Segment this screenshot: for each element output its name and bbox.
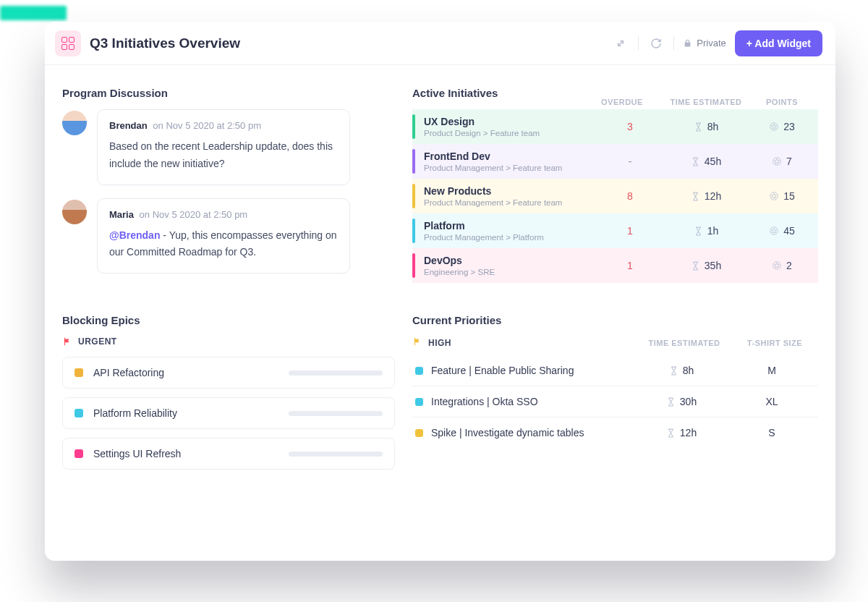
priority-color-dot [415,367,423,375]
column-header-overdue: OVERDUE [601,98,659,106]
epic-row[interactable]: Settings UI Refresh [62,438,395,470]
priority-time: 12h [634,427,728,438]
avatar [62,200,87,224]
hourglass-icon [669,366,678,376]
hourglass-icon [694,226,703,236]
content-grid: Program Discussion Brendan on Nov 5 2020… [45,65,835,561]
app-logo-badge [55,30,81,56]
priority-row[interactable]: Feature | Enable Public Sharing 8h M [412,355,818,386]
initiative-points: 2 [753,260,811,271]
page-title: Q3 Initiatives Overview [90,35,240,51]
comment-bubble[interactable]: Maria on Nov 5 2020 at 2:50 pm @Brendan … [97,198,350,274]
priority-color-dot [415,398,423,406]
initiative-path: Product Design > Feature team [424,129,601,137]
star-icon [769,226,779,236]
initiative-row[interactable]: FrontEnd Dev Product Management > Featur… [412,144,818,179]
epic-row[interactable]: API Refactoring [62,357,395,389]
epics-list: API Refactoring Platform Reliability Set… [62,357,395,470]
column-header-points: POINTS [753,98,811,106]
priority-size: S [728,427,815,438]
active-initiatives-widget: Active Initiatives OVERDUE TIME ESTIMATE… [412,87,818,287]
column-header-time: TIME ESTIMATED [659,98,753,106]
initiative-time: 12h [659,190,753,202]
initiative-row[interactable]: Platform Product Management > Platform 1… [412,213,818,248]
blocking-epics-widget: Blocking Epics URGENT API Refactoring Pl… [62,314,395,478]
widget-title: Program Discussion [62,87,395,99]
priority-flag-row: URGENT [62,336,395,347]
initiative-time: 45h [659,156,753,167]
comment-bubble[interactable]: Brendan on Nov 5 2020 at 2:50 pm Based o… [97,109,350,185]
initiative-overdue: 3 [601,121,659,132]
initiative-path: Engineering > SRE [424,268,601,276]
priority-time: 8h [634,365,728,376]
initiative-time: 1h [659,225,753,237]
widget-title: Blocking Epics [62,314,395,326]
flag-label: URGENT [78,336,117,347]
epic-row[interactable]: Platform Reliability [62,397,395,429]
comment-meta: Brendan on Nov 5 2020 at 2:50 pm [109,120,338,131]
initiative-points: 45 [753,225,811,237]
initiative-path: Product Management > Feature team [424,164,601,172]
priority-size: XL [728,396,815,407]
initiative-points: 15 [753,190,811,202]
comment-timestamp: on Nov 5 2020 at 2:50 pm [153,120,261,131]
initiative-time: 8h [659,121,753,132]
initiative-points: 23 [753,121,811,132]
column-header-size: T-SHIRT SIZE [731,339,818,347]
program-discussion-widget: Program Discussion Brendan on Nov 5 2020… [62,87,395,287]
topbar: Q3 Initiatives Overview Private + Add Wi… [45,22,835,65]
progress-bar [289,411,383,416]
flag-label: HIGH [428,338,451,348]
progress-bar [289,452,383,457]
privacy-label: Private [697,38,726,48]
priority-name: Feature | Enable Public Sharing [431,365,634,376]
priority-row[interactable]: Integrations | Okta SSO 30h XL [412,386,818,417]
priority-color-dot [415,429,423,437]
divider [638,36,639,51]
initiative-name: New Products [424,185,601,197]
comment-body: Based on the recent Leadership update, d… [109,138,338,173]
priority-row[interactable]: Spike | Investigate dynamic tables 12h S [412,417,818,448]
discussion-post: Brendan on Nov 5 2020 at 2:50 pm Based o… [62,109,395,185]
hourglass-icon [694,122,703,132]
add-widget-button[interactable]: + Add Widget [735,30,822,56]
priority-time: 30h [634,396,728,407]
initiative-row[interactable]: DevOps Engineering > SRE 1 35h 2 [412,248,818,283]
initiative-points: 7 [753,156,811,167]
privacy-indicator[interactable]: Private [683,38,726,48]
background-accent [0,6,67,20]
epic-color-dot [75,368,83,377]
discussion-post: Maria on Nov 5 2020 at 2:50 pm @Brendan … [62,198,395,274]
refresh-icon[interactable] [647,35,665,52]
mention-link[interactable]: @Brendan [109,229,160,241]
epic-color-dot [75,409,83,417]
hourglass-icon [691,261,700,271]
star-icon [769,122,779,132]
initiative-name: DevOps [424,255,601,266]
initiatives-list: UX Design Product Design > Feature team … [412,109,818,283]
initiative-path: Product Management > Feature team [424,198,601,207]
widget-title: Active Initiatives [412,87,601,99]
priorities-list: Feature | Enable Public Sharing 8h M Int… [412,355,818,448]
dashboard-icon [61,37,75,50]
current-priorities-widget: Current Priorities HIGH TIME ESTIMATED T… [412,314,818,478]
comment-timestamp: on Nov 5 2020 at 2:50 pm [140,209,248,220]
lock-icon [683,38,692,48]
hourglass-icon [691,157,700,166]
flag-icon [412,336,422,349]
initiative-overdue: 1 [601,260,659,271]
epic-name: API Refactoring [93,367,278,378]
epic-name: Settings UI Refresh [93,448,278,459]
hourglass-icon [691,192,700,201]
comment-author: Brendan [109,120,148,131]
hourglass-icon [666,428,676,438]
epic-color-dot [75,449,83,458]
initiative-row[interactable]: UX Design Product Design > Feature team … [412,109,818,144]
priority-flag-row: HIGH [412,336,637,349]
comment-author: Maria [109,209,134,220]
epic-name: Platform Reliability [93,407,278,419]
initiative-row[interactable]: New Products Product Management > Featur… [412,179,818,213]
expand-icon[interactable] [612,35,629,52]
initiative-time: 35h [659,260,753,271]
divider [673,36,674,51]
